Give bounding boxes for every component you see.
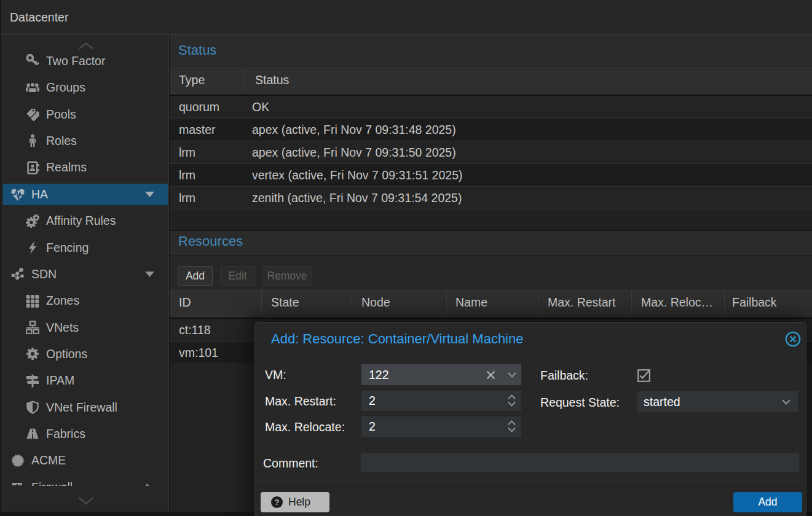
svg-text:?: ? [275,498,280,507]
